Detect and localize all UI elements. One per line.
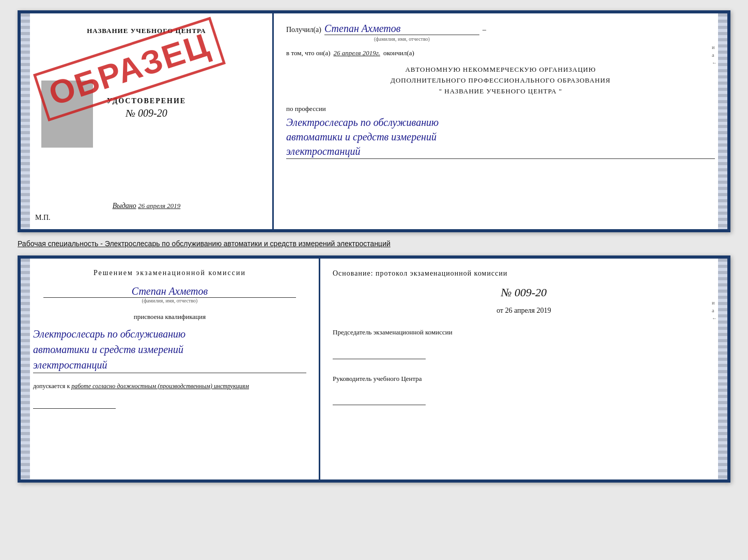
chairman-sign [333,346,426,359]
qualification-name: Электрослесарь по обслуживанию автоматик… [33,326,306,373]
profession-block: по профессии Электрослесарь по обслужива… [286,105,715,159]
org-block: АВТОНОМНУЮ НЕКОММЕРЧЕСКУЮ ОРГАНИЗАЦИЮ ДО… [286,65,715,97]
sign-line-left [33,396,116,409]
cert-title: УДОСТОВЕРЕНИЕ [107,97,186,105]
statement-line: в том, что он(а) 26 апреля 2019г. окончи… [286,49,715,57]
person-name: Степан Ахметов [43,285,296,298]
diploma-left-panel: НАЗВАНИЕ УЧЕБНОГО ЦЕНТРА УДОСТОВЕРЕНИЕ №… [21,13,274,229]
qualification-label: присвоена квалификация [33,313,306,321]
photo-placeholder [41,81,93,148]
specialty-label: Рабочая специальность - Электрослесарь п… [18,238,730,249]
basis-title: Основание: протокол экзаменационной коми… [333,268,715,279]
statement-date: 26 апреля 2019г. [334,49,380,57]
profession-name: Электрослесарь по обслуживанию автоматик… [286,115,715,159]
cert-number: № 009-20 [126,107,167,119]
qualification-left-panel: Решением экзаменационной комиссии Степан… [21,259,320,479]
issued-label: Выдано 26 апреля 2019 [113,202,181,210]
protocol-date: от 26 апреля 2019 [333,307,715,315]
qualification-right-panel: Основание: протокол экзаменационной коми… [320,259,727,479]
diploma-document: НАЗВАНИЕ УЧЕБНОГО ЦЕНТРА УДОСТОВЕРЕНИЕ №… [18,10,730,232]
qualification-name-block: Электрослесарь по обслуживанию автоматик… [33,325,306,373]
recipient-line: Получил(а) Степан Ахметов (фамилия, имя,… [286,23,715,42]
qualification-document: Решением экзаменационной комиссии Степан… [18,255,730,483]
fio-label: (фамилия, имя, отчество) [33,298,306,303]
fio-subtitle: (фамилия, имя, отчество) [324,36,479,42]
side-decoration: и а ← [712,44,717,66]
director-sign [333,392,426,405]
admission-italic: работе согласно должностным (производств… [71,382,249,390]
dash: – [482,26,486,34]
person-block: Степан Ахметов (фамилия, имя, отчество) [33,285,306,303]
diploma-right-panel: Получил(а) Степан Ахметов (фамилия, имя,… [274,13,727,229]
commission-title: Решением экзаменационной комиссии [33,268,306,278]
recipient-name: Степан Ахметов [324,23,479,35]
chairman-title: Председатель экзаменационной комиссии [333,327,715,338]
received-label: Получил(а) [286,26,321,34]
side-decoration-2: и а ← [712,300,717,321]
mp-label: М.П. [35,214,51,222]
school-name: НАЗВАНИЕ УЧЕБНОГО ЦЕНТРА [87,27,206,35]
admission-text: допускается к работе согласно должностны… [33,382,306,390]
protocol-number: № 009-20 [333,286,715,299]
director-title: Руководитель учебного Центра [333,374,715,384]
